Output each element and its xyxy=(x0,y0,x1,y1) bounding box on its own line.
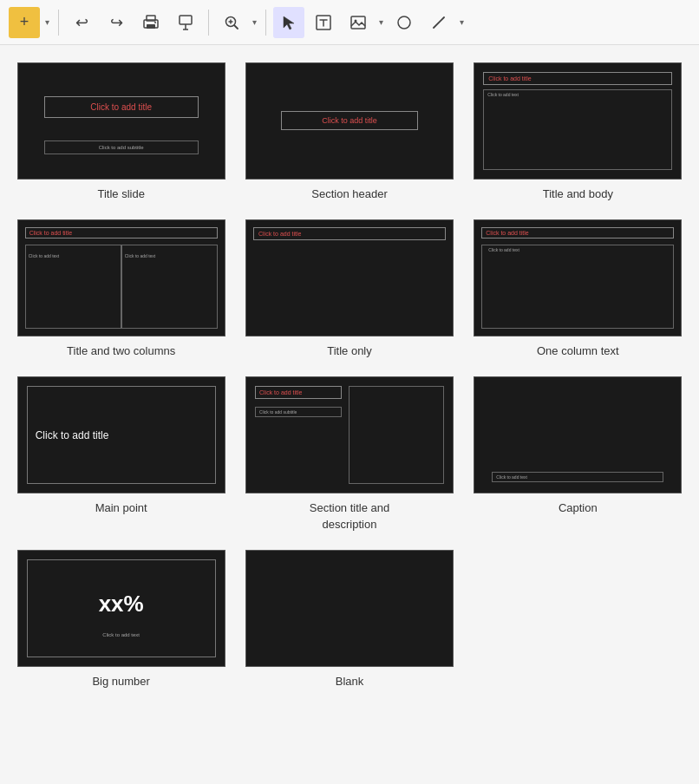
layout-label-main-point: Main point xyxy=(95,500,147,516)
preview-title-text: Click to add title xyxy=(281,111,418,130)
layout-label-title-slide: Title slide xyxy=(97,186,144,202)
image-button[interactable] xyxy=(343,7,374,38)
preview-subtitle-text: Click to add subtitle xyxy=(44,140,199,154)
add-dropdown-arrow[interactable]: ▾ xyxy=(43,14,51,30)
preview-col-right: Click to add text xyxy=(121,245,218,329)
layout-item-title-two-col[interactable]: Click to add title Click to add text Cli… xyxy=(14,219,228,359)
layout-grid: Click to add title Click to add subtitle… xyxy=(14,62,685,689)
preview-title-text: Click to add title xyxy=(483,72,672,85)
print-button[interactable] xyxy=(135,7,167,38)
layout-label-section-title-desc: Section title anddescription xyxy=(310,500,390,532)
layout-item-section-header[interactable]: Click to add title Section header xyxy=(242,62,456,202)
separator-2 xyxy=(208,10,209,36)
svg-point-9 xyxy=(398,16,410,29)
line-button[interactable] xyxy=(423,7,454,38)
shape-button[interactable] xyxy=(389,7,420,38)
svg-rect-2 xyxy=(147,24,155,29)
svg-rect-4 xyxy=(180,16,192,24)
layout-item-title-only[interactable]: Click to add title Title only xyxy=(242,219,456,359)
layout-item-big-number[interactable]: xx% Click to add text Big number xyxy=(14,550,228,689)
cursor-button[interactable] xyxy=(273,7,304,38)
preview-left-section: Click to add title Click to add subtitle xyxy=(255,386,342,484)
preview-title-text: Click to add title xyxy=(253,227,446,240)
slide-preview-big-number: xx% Click to add text xyxy=(17,550,225,667)
preview-sub-label: Click to add text xyxy=(28,632,215,637)
slide-preview-title-slide: Click to add title Click to add subtitle xyxy=(17,62,225,180)
layout-item-caption[interactable]: Click to add text Caption xyxy=(471,376,685,532)
slide-preview-one-col: Click to add title Click to add text xyxy=(474,219,682,336)
undo-button[interactable]: ↩ xyxy=(66,7,97,38)
slide-preview-title-only: Click to add title xyxy=(245,219,454,336)
image-dropdown-arrow[interactable]: ▾ xyxy=(377,14,385,30)
layout-item-title-body[interactable]: Click to add title Click to add text Tit… xyxy=(471,62,685,202)
text-button[interactable] xyxy=(308,7,339,38)
preview-col-left: Click to add text xyxy=(25,245,121,329)
paint-format-button[interactable] xyxy=(170,7,201,38)
preview-subtitle-text: Click to add subtitle xyxy=(255,407,342,417)
zoom-dropdown-arrow[interactable]: ▾ xyxy=(251,14,258,30)
line-dropdown-arrow[interactable]: ▾ xyxy=(458,14,466,30)
slide-preview-title-two-col: Click to add title Click to add text Cli… xyxy=(17,219,225,336)
svg-rect-7 xyxy=(351,16,365,29)
layout-label-blank: Blank xyxy=(336,674,364,689)
slide-preview-main-point: Click to add title xyxy=(17,376,225,493)
layout-label-big-number: Big number xyxy=(92,674,149,689)
layout-item-section-title-desc[interactable]: Click to add title Click to add subtitle… xyxy=(242,376,456,532)
preview-title-text: Click to add title xyxy=(255,386,342,399)
slide-preview-section-header: Click to add title xyxy=(245,62,454,180)
preview-right-section xyxy=(349,386,444,484)
preview-body-text: Click to add text xyxy=(481,245,674,329)
layout-label-caption: Caption xyxy=(559,500,598,516)
preview-main-title: Click to add title xyxy=(36,429,109,441)
preview-outer-box: xx% Click to add text xyxy=(27,559,216,657)
preview-xx-percent: xx% xyxy=(28,591,215,617)
separator-3 xyxy=(265,10,266,36)
preview-title-text: Click to add title xyxy=(25,227,218,238)
layout-item-one-col[interactable]: Click to add title Click to add text One… xyxy=(471,219,685,359)
preview-body-text: Click to add text xyxy=(483,89,672,170)
add-button[interactable]: + xyxy=(9,7,40,38)
slide-preview-title-body: Click to add title Click to add text xyxy=(474,62,682,180)
separator-1 xyxy=(58,10,59,36)
slide-preview-blank xyxy=(245,550,454,667)
layout-label-title-only: Title only xyxy=(327,343,372,359)
preview-title-text: Click to add title xyxy=(44,96,199,118)
layout-item-main-point[interactable]: Click to add title Main point xyxy=(14,376,228,532)
layout-picker: Click to add title Click to add subtitle… xyxy=(0,45,699,707)
redo-button[interactable]: ↪ xyxy=(101,7,132,38)
layout-label-title-two-col: Title and two columns xyxy=(67,343,175,359)
layout-label-title-body: Title and body xyxy=(543,186,613,202)
svg-point-3 xyxy=(154,22,156,23)
preview-caption-text: Click to add text xyxy=(492,472,663,482)
layout-label-section-header: Section header xyxy=(311,186,387,202)
slide-preview-section-title-desc: Click to add title Click to add subtitle xyxy=(245,376,454,493)
layout-item-title-slide[interactable]: Click to add title Click to add subtitle… xyxy=(14,62,228,202)
zoom-button[interactable] xyxy=(216,7,247,38)
layout-label-one-col: One column text xyxy=(537,343,619,359)
layout-item-blank[interactable]: Blank xyxy=(242,550,456,689)
preview-title-text: Click to add title xyxy=(481,227,674,238)
slide-preview-caption: Click to add text xyxy=(474,376,682,493)
toolbar: + ▾ ↩ ↪ ▾ ▾ ▾ xyxy=(0,0,699,45)
